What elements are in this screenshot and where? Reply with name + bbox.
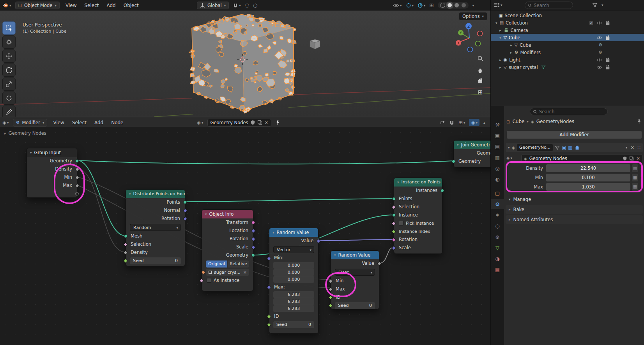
geometry-output-socket[interactable] bbox=[251, 253, 255, 257]
instance-input-socket[interactable] bbox=[392, 213, 396, 217]
transform-tool[interactable] bbox=[2, 92, 16, 105]
modifier-panel-header[interactable]: ▾ ◈ GeometryNo... ▣ ▥ ▾ × ∷ bbox=[506, 143, 643, 152]
node-header-group-input[interactable]: ▾ Group Input bbox=[27, 148, 77, 157]
node-header-distribute[interactable]: ▾ Distribute Points on Faces bbox=[126, 190, 185, 198]
hide-eye-icon[interactable] bbox=[596, 21, 602, 25]
annotate-tool[interactable] bbox=[2, 106, 16, 117]
node-header-random-value[interactable]: ▾ Random Value bbox=[331, 251, 379, 259]
seed-field[interactable]: Seed0 bbox=[335, 302, 375, 309]
tab-output[interactable]: ▤ bbox=[491, 141, 504, 151]
geometry-input-socket[interactable] bbox=[452, 160, 455, 163]
tab-render[interactable]: ▣ bbox=[491, 130, 504, 141]
hide-eye-icon[interactable] bbox=[596, 36, 602, 40]
section-bake[interactable]: ▸ Bake bbox=[506, 205, 643, 214]
object-input-socket[interactable] bbox=[202, 271, 205, 274]
drag-handle-icon[interactable]: ∷ bbox=[637, 145, 640, 150]
filter-icon[interactable] bbox=[592, 2, 598, 8]
modifier-name-field[interactable]: GeometryNo... bbox=[517, 144, 553, 151]
min-y-field[interactable]: 0.000 bbox=[273, 269, 314, 276]
original-button[interactable]: Original bbox=[206, 261, 227, 268]
pin-icon[interactable] bbox=[637, 119, 642, 124]
pan-hand-icon[interactable] bbox=[475, 65, 485, 75]
menu-select[interactable]: Select bbox=[82, 2, 101, 9]
outliner-row-light[interactable]: ▸ ◉ Light bbox=[491, 56, 644, 63]
tab-particles[interactable]: ✶ bbox=[491, 210, 504, 220]
disable-render-icon[interactable] bbox=[605, 65, 610, 70]
expand-icon[interactable]: ▸ bbox=[499, 28, 501, 32]
menu-node[interactable]: Node bbox=[109, 119, 125, 126]
data-type-dropdown[interactable]: Float▾ bbox=[335, 269, 375, 276]
menu-add[interactable]: Add bbox=[104, 2, 117, 9]
menu-view[interactable]: View bbox=[64, 2, 78, 9]
modifier-extras-menu-icon[interactable]: ▾ bbox=[626, 146, 628, 150]
tab-world[interactable]: ◐ bbox=[491, 174, 504, 184]
tab-texture[interactable]: ▦ bbox=[491, 264, 504, 275]
transform-output-socket[interactable] bbox=[251, 221, 255, 224]
unlink-icon[interactable]: × bbox=[265, 120, 269, 125]
new-copy-icon[interactable] bbox=[629, 156, 634, 161]
expand-icon[interactable]: ▸ bbox=[510, 43, 512, 47]
collapse-node-icon[interactable]: ▾ bbox=[205, 210, 207, 218]
disable-render-icon[interactable] bbox=[605, 58, 610, 62]
snap-grid-dropdown[interactable]: ⊞ ▾ bbox=[458, 120, 465, 125]
expand-icon[interactable]: ▾ bbox=[495, 21, 497, 25]
node-header-random-value[interactable]: ▾ Random Value bbox=[269, 228, 318, 237]
hide-eye-icon[interactable] bbox=[596, 58, 602, 62]
zoom-icon[interactable] bbox=[475, 53, 485, 63]
expand-icon[interactable]: ▸ bbox=[499, 65, 501, 69]
outliner-row-cube[interactable]: ▾ ▽ Cube bbox=[491, 34, 644, 41]
browse-node-tree-icon[interactable]: ◈ ▾ bbox=[197, 120, 203, 125]
parent-tree-nav-icon[interactable] bbox=[440, 120, 445, 125]
overlay-dropdown[interactable]: ◈ ▾ bbox=[469, 119, 479, 126]
expand-icon[interactable]: ▾ bbox=[499, 36, 501, 40]
fake-user-shield-icon[interactable] bbox=[251, 120, 255, 125]
camera-view-icon[interactable] bbox=[475, 76, 485, 86]
outliner-editor-type-icon[interactable]: ▾ bbox=[494, 2, 502, 7]
max-animate-dot[interactable] bbox=[641, 186, 643, 188]
exclude-checkbox[interactable]: ✓ bbox=[589, 21, 594, 25]
mode-dropdown[interactable]: ▢ Object Mode ▾ bbox=[15, 2, 60, 9]
seed-field[interactable]: Seed0 bbox=[273, 321, 314, 328]
shading-rendered-icon[interactable] bbox=[461, 3, 466, 8]
tab-object[interactable]: ▢ bbox=[491, 188, 504, 198]
shading-wireframe-icon[interactable] bbox=[440, 3, 445, 8]
node-object-info[interactable]: ▾ Object Info Transform Location Rotatio… bbox=[202, 209, 253, 291]
min-z-field[interactable]: 0.000 bbox=[273, 276, 314, 283]
node-header-join-geometry[interactable]: ▾ Join Geometry bbox=[454, 141, 490, 149]
node-random-value-float[interactable]: ▾ Random Value Value Float▾ Min Max ID S… bbox=[331, 250, 379, 310]
max-attribute-toggle-icon[interactable]: ▦ bbox=[632, 183, 638, 191]
options-button[interactable]: Options ▾ bbox=[459, 12, 487, 20]
max-x-field[interactable]: 6.283 bbox=[273, 291, 314, 298]
outliner-options-icon[interactable]: ▾ bbox=[602, 3, 603, 7]
min-attribute-toggle-icon[interactable]: ▦ bbox=[632, 174, 638, 181]
object-field[interactable]: sugar crys... × bbox=[206, 269, 249, 276]
tab-scene[interactable]: ◎ bbox=[491, 163, 504, 173]
select-box-tool[interactable] bbox=[2, 21, 16, 35]
density-attribute-toggle-icon[interactable]: ▦ bbox=[632, 164, 638, 172]
outliner-row-sugar-crystal[interactable]: ▸ ▽ sugar crystal bbox=[491, 63, 644, 71]
outliner-search[interactable] bbox=[525, 2, 573, 9]
outliner-row-modifiers[interactable]: ▸ ⚙ Modifiers ⚙ bbox=[491, 49, 644, 56]
max-z-field[interactable]: 6.283 bbox=[273, 305, 314, 312]
fake-user-shield-icon[interactable] bbox=[623, 156, 627, 161]
expand-icon[interactable]: ▸ bbox=[510, 51, 512, 55]
outliner-row-collection[interactable]: ▾ ▤ Collection ✓ bbox=[491, 19, 644, 26]
seed-field[interactable]: Seed0 bbox=[130, 257, 181, 264]
section-named-attributes[interactable]: ▸ Named Attributes bbox=[506, 215, 643, 224]
tab-constraints[interactable]: ⊗ bbox=[491, 232, 504, 242]
render-display-toggle[interactable]: ▥ bbox=[568, 145, 572, 150]
browse-node-group-button[interactable]: ◈ ▾ bbox=[506, 155, 512, 160]
relative-button[interactable]: Relative bbox=[228, 261, 249, 268]
realtime-display-toggle[interactable]: ▣ bbox=[562, 145, 566, 150]
navigation-gizmo[interactable]: Z Y X bbox=[453, 21, 485, 53]
node-header-instance-on-points[interactable]: ▾ Instance on Points bbox=[394, 178, 442, 187]
distribution-method-dropdown[interactable]: Random▾ bbox=[130, 224, 181, 231]
gizmos-dropdown[interactable]: ▾ bbox=[406, 3, 414, 8]
section-manage[interactable]: ▾ Manage bbox=[506, 195, 643, 204]
node-tree-name-field[interactable]: Geometry Nodes × bbox=[207, 119, 272, 127]
collapse-node-icon[interactable]: ▾ bbox=[30, 148, 32, 157]
geometry-node-editor[interactable]: ▸ Geometry Nodes ▾ Group Input Geometry … bbox=[0, 127, 490, 345]
node-instance-on-points[interactable]: ▾ Instance on Points Instances Points Se… bbox=[394, 178, 442, 254]
min-field[interactable]: 0.100 bbox=[546, 174, 630, 181]
node-join-geometry[interactable]: ▾ Join Geometry Geometry Geometry bbox=[453, 140, 490, 167]
